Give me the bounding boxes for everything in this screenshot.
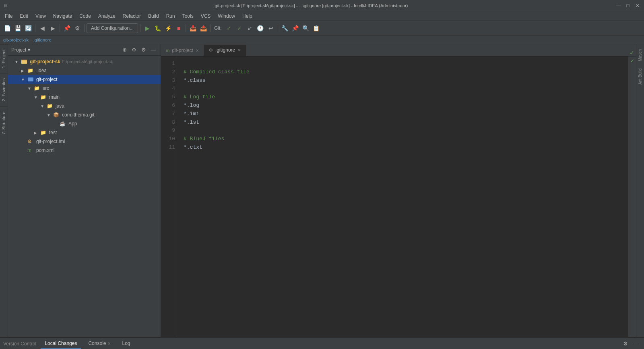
tree-item-test[interactable]: ▶ 📁 test xyxy=(8,128,161,137)
toolbar-debug-btn[interactable]: 🐛 xyxy=(153,23,163,33)
tree-item-app[interactable]: ☕ App xyxy=(8,119,161,128)
vc-tab-console[interactable]: Console✕ xyxy=(84,339,115,349)
toolbar-bookmark-btn[interactable]: 📌 xyxy=(62,23,72,33)
window-title: git-project-sk [E:\project-sk\git-projec… xyxy=(8,3,615,8)
toolbar-settings-btn[interactable]: ⚙ xyxy=(72,23,82,33)
package-folder-icon: 📦 xyxy=(53,112,60,118)
toolbar-save-btn[interactable]: 💾 xyxy=(13,23,23,33)
pom-file-icon: m xyxy=(27,147,35,153)
tree-item-package[interactable]: ▼ 📦 com.itheima.git xyxy=(8,110,161,119)
toolbar-search-btn[interactable]: 🔍 xyxy=(301,23,311,33)
toolbar-run2-btn[interactable]: ⚡ xyxy=(163,23,173,33)
toolbar-sync-btn[interactable]: 🔄 xyxy=(23,23,33,33)
git-commit-btn[interactable]: ✓ xyxy=(224,23,234,33)
svg-rect-3 xyxy=(28,78,33,81)
vc-collapse-btn[interactable]: — xyxy=(633,340,641,348)
close-button[interactable]: ✕ xyxy=(634,2,641,9)
right-sidebar: Maven Ant Build xyxy=(636,44,644,337)
pom-label: pom.xml xyxy=(36,147,54,153)
project-gear-btn[interactable]: ⚙ xyxy=(140,46,148,54)
main-folder-icon: 📁 xyxy=(40,94,47,100)
tree-item-root[interactable]: ▼ git-project-sk E:\project-sk\git-proje… xyxy=(8,57,161,66)
menu-navigate[interactable]: Navigate xyxy=(50,12,75,20)
sidebar-tab-project[interactable]: 1: Project xyxy=(0,44,8,73)
project-header-title: Project ▾ xyxy=(11,47,30,53)
iml-label: git-project.iml xyxy=(36,139,65,144)
toolbar-vcs-btn[interactable]: 📥 xyxy=(188,23,198,33)
maximize-button[interactable]: □ xyxy=(625,2,631,9)
git-push-btn[interactable]: ✓ xyxy=(235,23,244,33)
git-history-btn[interactable]: 🕐 xyxy=(256,23,265,33)
sidebar-tab-favorites[interactable]: 2: Favorites xyxy=(0,73,8,106)
breadcrumb-project[interactable]: git-project-sk xyxy=(3,37,29,42)
sidebar-maven[interactable]: Maven xyxy=(637,46,643,64)
tree-item-iml[interactable]: ⚙ git-project.iml xyxy=(8,137,161,146)
project-tree: ▼ git-project-sk E:\project-sk\git-proje… xyxy=(8,56,161,337)
git-pull-btn[interactable]: ↙ xyxy=(245,23,255,33)
menu-vcs[interactable]: VCS xyxy=(198,12,214,20)
line-numbers: 12345 678910 11 xyxy=(161,56,177,337)
version-control-panel: Version Control: Local Changes Console✕ … xyxy=(0,337,644,349)
project-panel: Project ▾ ⊕ ⚙ ⚙ — ▼ git-project-sk E:\pr… xyxy=(8,44,161,337)
menu-tools[interactable]: Tools xyxy=(179,12,197,20)
margin-check-icon: ✓ xyxy=(630,58,634,64)
toolbar-pin-btn[interactable]: 📌 xyxy=(291,23,300,33)
add-configuration-button[interactable]: Add Configuration... xyxy=(87,23,138,33)
java-label: java xyxy=(56,103,64,109)
tab-gitignore-close[interactable]: ✕ xyxy=(237,48,241,52)
title-bar: 🖥 git-project-sk [E:\project-sk\git-proj… xyxy=(0,0,644,11)
menu-run[interactable]: Run xyxy=(163,12,178,20)
package-label: com.itheima.git xyxy=(62,112,95,118)
vc-tab-local-changes[interactable]: Local Changes xyxy=(41,339,81,349)
menu-code[interactable]: Code xyxy=(76,12,94,20)
tree-item-main[interactable]: ▼ 📁 main xyxy=(8,93,161,102)
menu-window[interactable]: Window xyxy=(215,12,238,20)
minimize-button[interactable]: — xyxy=(615,2,621,9)
tab-git-project-close[interactable]: ✕ xyxy=(196,48,199,53)
tree-item-java[interactable]: ▼ 📁 java xyxy=(8,102,161,110)
breadcrumb-separator: › xyxy=(30,37,32,42)
git-revert-btn[interactable]: ↩ xyxy=(266,23,276,33)
editor-tabs: m git-project ✕ ⚙ .gitignore ✕ ✓ xyxy=(161,44,636,56)
menu-view[interactable]: View xyxy=(32,12,49,20)
breadcrumb-file[interactable]: .gitignore xyxy=(33,37,52,42)
project-close-btn[interactable]: — xyxy=(149,46,157,54)
vc-header: Version Control: Local Changes Console✕ … xyxy=(0,338,644,349)
project-add-btn[interactable]: ⊕ xyxy=(120,46,128,54)
vc-settings-btn[interactable]: ⚙ xyxy=(621,340,630,348)
toolbar-run-btn[interactable]: ▶ xyxy=(142,23,152,33)
menu-file[interactable]: File xyxy=(2,12,16,20)
code-editor[interactable]: # Compiled class file *.class # Log file… xyxy=(177,56,628,337)
tree-item-idea[interactable]: ▶ 📁 .idea xyxy=(8,66,161,75)
java-folder-icon: 📁 xyxy=(47,103,54,109)
menu-analyze[interactable]: Analyze xyxy=(95,12,119,20)
app-label: App xyxy=(68,121,77,127)
toolbar-back-btn[interactable]: ◀ xyxy=(37,23,47,33)
toolbar-new-btn[interactable]: 📄 xyxy=(2,23,12,33)
menu-help[interactable]: Help xyxy=(239,12,256,20)
sidebar-ant-build[interactable]: Ant Build xyxy=(637,65,643,88)
main-layout: 1: Project 2: Favorites 7: Structure Pro… xyxy=(0,44,644,337)
vc-tab-console-close[interactable]: ✕ xyxy=(107,341,111,346)
tree-item-pom[interactable]: m pom.xml xyxy=(8,146,161,155)
toolbar-stop-btn[interactable]: ■ xyxy=(174,23,184,33)
svg-rect-1 xyxy=(21,60,27,64)
menu-edit[interactable]: Edit xyxy=(17,12,31,20)
project-settings-btn[interactable]: ⚙ xyxy=(130,46,138,54)
main-label: main xyxy=(49,94,60,100)
sidebar-tab-structure[interactable]: 7: Structure xyxy=(0,106,8,139)
app-file-icon: ☕ xyxy=(60,121,67,127)
tab-gitignore[interactable]: ⚙ .gitignore ✕ xyxy=(204,45,246,56)
tree-item-src[interactable]: ▼ 📁 src xyxy=(8,84,161,93)
menu-refactor[interactable]: Refactor xyxy=(120,12,144,20)
toolbar-clipboard-btn[interactable]: 📋 xyxy=(312,23,321,33)
menu-build[interactable]: Build xyxy=(145,12,162,20)
toolbar-wrench-btn[interactable]: 🔧 xyxy=(280,23,290,33)
git-project-folder-icon xyxy=(27,76,35,83)
idea-folder-icon: 📁 xyxy=(27,68,35,73)
tree-item-git-project[interactable]: ▼ git-project xyxy=(8,75,161,84)
tab-git-project[interactable]: m git-project ✕ xyxy=(161,45,204,56)
toolbar-push-btn[interactable]: 📤 xyxy=(198,23,208,33)
vc-tab-log[interactable]: Log xyxy=(118,339,134,349)
toolbar-forward-btn[interactable]: ▶ xyxy=(48,23,58,33)
